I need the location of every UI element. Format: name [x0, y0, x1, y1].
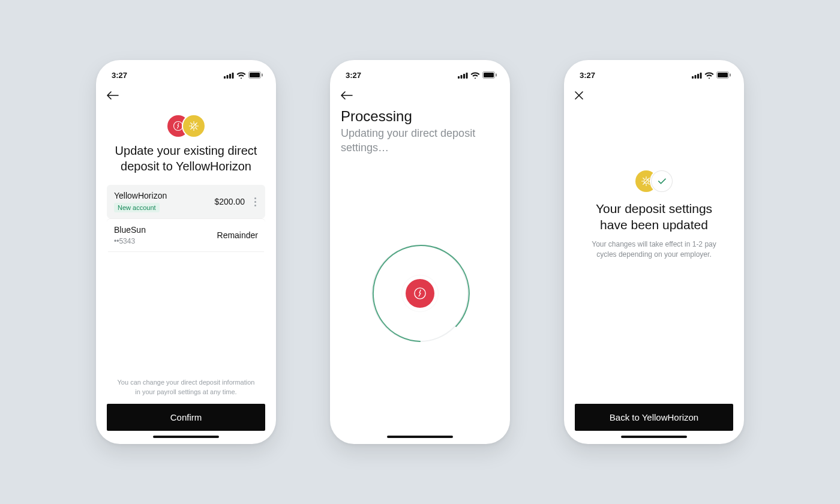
svg-rect-16 [496, 74, 497, 77]
home-indicator [621, 436, 687, 438]
helper-text: You can change your direct deposit infor… [107, 378, 265, 404]
svg-rect-11 [461, 75, 463, 79]
svg-rect-20 [695, 75, 697, 79]
status-time: 3:27 [346, 71, 361, 80]
svg-rect-12 [463, 74, 465, 79]
status-indicators [224, 71, 263, 79]
status-bar: 3:27 [96, 64, 276, 86]
status-time: 3:27 [580, 71, 595, 80]
svg-rect-6 [262, 74, 263, 77]
status-indicators [458, 71, 497, 79]
wifi-icon [470, 72, 480, 79]
status-bar: 3:27 [330, 64, 510, 86]
svg-rect-2 [229, 74, 231, 79]
processing-title: Processing [341, 108, 499, 125]
phone-success: 3:27 Your deposit settings have been [564, 60, 744, 444]
svg-rect-13 [466, 73, 468, 79]
wifi-icon [704, 72, 714, 79]
phone-update-deposit: 3:27 Update your existing direct dep [96, 60, 276, 444]
new-account-badge: New account [114, 203, 160, 212]
close-icon [575, 91, 583, 100]
footer: You can change your direct deposit infor… [107, 378, 265, 444]
svg-rect-15 [484, 73, 494, 77]
svg-rect-25 [730, 74, 731, 77]
svg-rect-5 [250, 73, 260, 77]
svg-rect-24 [718, 73, 728, 77]
progress-spinner [369, 242, 471, 344]
phone-row: 3:27 Update your existing direct dep [96, 60, 744, 444]
account-amount: $200.00 [214, 197, 245, 206]
svg-rect-21 [697, 74, 699, 79]
success-title: Your deposit settings have been updated [575, 200, 733, 233]
cellular-icon [458, 72, 468, 79]
screen-body: Processing Updating your direct deposit … [330, 104, 510, 444]
cellular-icon [224, 72, 234, 79]
cellular-icon [692, 72, 702, 79]
screen-body: Your deposit settings have been updated … [564, 104, 744, 444]
status-time: 3:27 [112, 71, 127, 80]
phone-processing: 3:27 Processing Updating your direct dep… [330, 60, 510, 444]
svg-rect-3 [232, 73, 234, 79]
svg-rect-22 [700, 73, 702, 79]
page-title: Update your existing direct deposit to Y… [107, 143, 265, 174]
svg-rect-10 [458, 76, 460, 79]
home-indicator [153, 436, 219, 438]
confirm-button[interactable]: Confirm [107, 404, 265, 431]
account-name: BlueSun [114, 225, 212, 235]
spinner-area [341, 143, 499, 444]
account-mask: ••5343 [114, 237, 212, 245]
back-to-app-button[interactable]: Back to YellowHorizon [575, 404, 733, 431]
svg-rect-0 [224, 76, 226, 79]
account-menu-button[interactable] [250, 197, 258, 206]
success-subtitle: Your changes will take effect in 1-2 pay… [575, 233, 733, 260]
battery-icon [482, 71, 497, 79]
account-amount: Remainder [217, 230, 258, 240]
svg-rect-19 [692, 76, 694, 79]
status-indicators [692, 71, 731, 79]
employer-logo-icon [406, 279, 434, 308]
account-row-secondary[interactable]: BlueSun ••5343 Remainder [107, 218, 265, 251]
arrow-left-icon [107, 91, 119, 100]
brand-pair [635, 170, 673, 192]
divider [108, 251, 264, 252]
account-row-primary[interactable]: YellowHorizon New account $200.00 [107, 185, 265, 218]
nav-bar [96, 86, 276, 104]
screen-body: Update your existing direct deposit to Y… [96, 104, 276, 444]
brand-pair [167, 115, 205, 137]
account-name: YellowHorizon [114, 191, 209, 200]
nav-bar [330, 86, 510, 104]
destination-logo-icon [183, 115, 205, 137]
arrow-left-icon [341, 91, 353, 100]
home-indicator [387, 436, 453, 438]
battery-icon [716, 71, 731, 79]
back-button[interactable] [341, 91, 353, 100]
battery-icon [248, 71, 263, 79]
back-button[interactable] [107, 91, 119, 100]
close-button[interactable] [575, 91, 583, 100]
success-check-icon [651, 170, 673, 192]
nav-bar [564, 86, 744, 104]
svg-rect-1 [227, 75, 229, 79]
status-bar: 3:27 [564, 64, 744, 86]
wifi-icon [236, 72, 246, 79]
